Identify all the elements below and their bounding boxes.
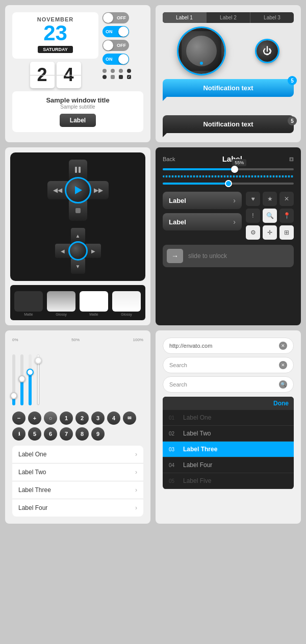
circle-btn-5[interactable]: 5 xyxy=(28,427,41,441)
list-button-1[interactable]: Label › xyxy=(163,192,242,209)
icon-pin[interactable]: 📍 xyxy=(279,209,294,223)
small-dpad-center[interactable] xyxy=(68,241,88,261)
notification-badge-2: 5 xyxy=(288,116,297,125)
icon-gear[interactable]: ⚙ xyxy=(246,225,260,240)
done-bar: Done xyxy=(163,397,294,410)
circle-btn-8[interactable]: 8 xyxy=(75,427,89,441)
search-input-1[interactable]: Search ✕ xyxy=(163,357,294,373)
flip-card-1: 2 xyxy=(30,62,55,88)
icon-search[interactable]: 🔍 xyxy=(263,209,277,223)
search-close-icon-1[interactable]: ✕ xyxy=(279,361,287,369)
notification-blue-wrapper: Notification text 5 xyxy=(163,79,294,97)
list-item-2[interactable]: Label Two › xyxy=(12,463,143,481)
circle-btn-plus[interactable]: + xyxy=(28,411,41,425)
circle-btn-info[interactable]: ℹ xyxy=(12,427,26,441)
picker-panel: Done 01 Label One 02 Label Two 03 Label … xyxy=(163,397,294,489)
dpad-play[interactable] xyxy=(65,177,91,203)
btn-glossy-2[interactable] xyxy=(112,291,141,312)
tab-label2[interactable]: Label 2 xyxy=(207,12,250,23)
dots-grid: ✓ xyxy=(103,69,143,79)
list-item-4[interactable]: Label Four › xyxy=(12,499,143,517)
dpad-main: ◀◀ ▶▶ xyxy=(47,160,109,221)
notification-dark-wrapper: Notification text 5 xyxy=(163,115,294,133)
done-button[interactable]: Done xyxy=(273,400,289,407)
list-item-1[interactable]: Label One › xyxy=(12,446,143,463)
circle-btn-9[interactable]: 9 xyxy=(91,427,105,441)
tab-label3[interactable]: Label 3 xyxy=(250,12,294,23)
calendar-day: 23 xyxy=(16,22,94,44)
circle-btn-1[interactable]: 1 xyxy=(60,411,73,425)
power-button[interactable]: ⏻ xyxy=(257,40,278,62)
list-button-2[interactable]: Label › xyxy=(163,213,242,230)
dpad-right[interactable]: ▶▶ xyxy=(88,181,109,199)
circle-btn-6[interactable]: 6 xyxy=(44,427,57,441)
dpad-small: ▲ ▼ ◀ ▶ xyxy=(55,228,101,274)
circle-btn-4[interactable]: 4 xyxy=(107,411,120,425)
btn-glossy-label-1: Glossy xyxy=(56,313,66,316)
btn-matte-label-2: Matte xyxy=(89,313,98,316)
slider-label-50: 50% xyxy=(71,338,80,342)
slider-section: 55% xyxy=(163,168,294,185)
pick-item-2[interactable]: 02 Label Two xyxy=(163,426,294,442)
icon-close[interactable]: ✕ xyxy=(279,192,294,206)
search-placeholder-1: Search xyxy=(169,362,187,368)
flip-card-2: 4 xyxy=(57,62,81,88)
window-label-button[interactable]: Label xyxy=(60,114,96,127)
calendar-weekday: SATURDAY xyxy=(38,46,73,53)
back-button[interactable]: Back xyxy=(163,156,175,162)
url-close-icon[interactable]: ✕ xyxy=(279,342,287,350)
dpad-down[interactable] xyxy=(69,200,87,221)
window-title: Sample window title xyxy=(17,96,138,104)
url-input[interactable]: http://envato.com ✕ xyxy=(163,338,294,354)
circle-buttons: − + ○ 1 2 3 4 ✉ ℹ 5 6 7 8 9 xyxy=(12,411,143,441)
circle-btn-0[interactable]: ○ xyxy=(44,411,57,425)
btn-matte-2[interactable] xyxy=(80,291,108,312)
circle-btn-3[interactable]: 3 xyxy=(91,411,105,425)
notification-blue: Notification text xyxy=(163,79,294,97)
btn-matte-1[interactable] xyxy=(14,291,43,312)
tab-bar: Label 1 Label 2 Label 3 xyxy=(163,12,294,23)
pick-item-4[interactable]: 04 Label Four xyxy=(163,457,294,473)
btn-matte-label-1: Matte xyxy=(24,313,33,316)
btn-glossy-1[interactable] xyxy=(47,291,75,312)
vertical-sliders xyxy=(12,344,143,405)
window-subtitle: Sample subtitle xyxy=(17,104,138,110)
small-dpad-right[interactable]: ▶ xyxy=(86,244,101,258)
notification-dark: Notification text xyxy=(163,115,294,133)
icon-star[interactable]: ★ xyxy=(263,192,277,206)
icon-grid-sq[interactable]: ⊞ xyxy=(279,225,294,240)
audio-knob[interactable] xyxy=(178,28,224,74)
url-value: http://envato.com xyxy=(169,343,212,349)
slider-labels: 0% 50% 100% xyxy=(12,338,143,342)
icon-exclaim[interactable]: ! xyxy=(246,209,260,223)
window-info: Sample window title Sample subtitle Labe… xyxy=(12,91,143,132)
icon-plus[interactable]: ✛ xyxy=(263,225,277,240)
export-icon[interactable]: ⧈ xyxy=(289,154,294,163)
search-placeholder-2: Search xyxy=(169,381,187,388)
tab-label1[interactable]: Label 1 xyxy=(163,12,207,23)
toggle-1[interactable]: OFF xyxy=(103,12,143,23)
btn-glossy-label-2: Glossy xyxy=(121,313,132,316)
circle-btn-mail[interactable]: ✉ xyxy=(123,411,136,425)
toggle-3[interactable]: OFF xyxy=(103,40,143,51)
search-input-2[interactable]: Search 🔍 xyxy=(163,376,294,393)
slider-label-100: 100% xyxy=(133,338,143,342)
circle-btn-2[interactable]: 2 xyxy=(75,411,89,425)
slide-to-unlock[interactable]: → slide to unlock xyxy=(163,245,294,267)
circle-btn-7[interactable]: 7 xyxy=(60,427,73,441)
toggle-2[interactable]: ON xyxy=(103,26,143,37)
notification-badge-1: 5 xyxy=(288,76,297,85)
pick-item-5[interactable]: 05 Label Five xyxy=(163,473,294,489)
slide-text: slide to unlock xyxy=(188,252,227,260)
pick-item-1[interactable]: 01 Label One xyxy=(163,410,294,426)
arrow-icon: → xyxy=(167,249,183,263)
pick-item-3[interactable]: 03 Label Three xyxy=(163,442,294,457)
toggle-4[interactable]: ON xyxy=(103,54,143,65)
search-mag-icon: 🔍 xyxy=(279,380,287,389)
small-dpad-down[interactable]: ▼ xyxy=(71,259,85,274)
circle-btn-minus[interactable]: − xyxy=(12,411,26,425)
icon-grid: ♥ ★ ✕ ! 🔍 📍 ⚙ ✛ ⊞ xyxy=(246,192,294,240)
slider-label-0: 0% xyxy=(12,338,18,342)
list-item-3[interactable]: Label Three › xyxy=(12,481,143,499)
icon-heart[interactable]: ♥ xyxy=(246,192,260,206)
